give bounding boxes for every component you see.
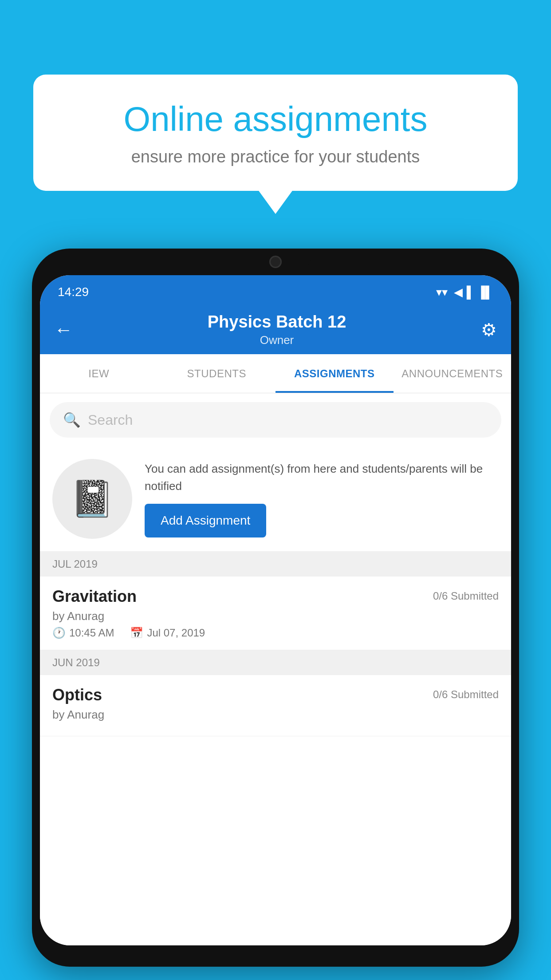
add-assignment-right: You can add assignment(s) from here and … [145, 460, 499, 537]
settings-icon[interactable]: ⚙ [481, 320, 497, 340]
assignment-name: Gravitation [52, 587, 137, 606]
assignment-by: by Anurag [52, 708, 499, 722]
notebook-icon: 📓 [70, 478, 114, 520]
tab-overview[interactable]: IEW [40, 354, 158, 393]
assignment-item-gravitation[interactable]: Gravitation 0/6 Submitted by Anurag 🕐 10… [40, 577, 511, 650]
assignment-item-optics[interactable]: Optics 0/6 Submitted by Anurag [40, 675, 511, 736]
add-assignment-button[interactable]: Add Assignment [145, 504, 266, 537]
assignment-submitted: 0/6 Submitted [433, 590, 499, 602]
phone-screen: 14:29 ▾▾ ◀▐ ▐▌ ← Physics Batch 12 Owner … [40, 275, 511, 945]
signal-icon: ◀▐ [454, 285, 471, 299]
search-icon: 🔍 [63, 411, 81, 428]
header-title: Physics Batch 12 [208, 312, 346, 332]
assignment-row: Gravitation 0/6 Submitted [52, 587, 499, 606]
wifi-icon: ▾▾ [436, 285, 448, 299]
assignment-name: Optics [52, 686, 102, 704]
bubble-subtitle: ensure more practice for your students [60, 147, 491, 166]
bubble-title: Online assignments [60, 99, 491, 139]
add-assignment-description: You can add assignment(s) from here and … [145, 460, 499, 495]
battery-icon: ▐▌ [477, 285, 493, 299]
add-assignment-section: 📓 You can add assignment(s) from here an… [40, 447, 511, 552]
section-header-jul: JUL 2019 [40, 552, 511, 577]
assignment-meta: 🕐 10:45 AM 📅 Jul 07, 2019 [52, 627, 499, 639]
search-bar[interactable]: 🔍 Search [50, 402, 501, 438]
calendar-icon: 📅 [130, 627, 143, 639]
header-subtitle: Owner [208, 333, 346, 347]
header-title-group: Physics Batch 12 Owner [208, 312, 346, 347]
search-placeholder: Search [88, 412, 133, 428]
section-header-jun: JUN 2019 [40, 650, 511, 675]
tab-assignments[interactable]: ASSIGNMENTS [276, 354, 394, 393]
assignment-row: Optics 0/6 Submitted [52, 686, 499, 704]
back-button[interactable]: ← [54, 319, 73, 340]
assignment-by: by Anurag [52, 609, 499, 623]
status-time: 14:29 [58, 285, 89, 299]
clock-icon: 🕐 [52, 627, 66, 639]
app-header: ← Physics Batch 12 Owner ⚙ [40, 305, 511, 354]
assignment-icon-circle: 📓 [52, 459, 132, 539]
tab-bar: IEW STUDENTS ASSIGNMENTS ANNOUNCEMENTS [40, 354, 511, 393]
phone-camera [269, 256, 282, 268]
phone-frame: 14:29 ▾▾ ◀▐ ▐▌ ← Physics Batch 12 Owner … [32, 249, 519, 967]
assignment-submitted: 0/6 Submitted [433, 688, 499, 701]
phone-notch [240, 249, 311, 273]
assignment-time: 10:45 AM [69, 627, 114, 639]
assignment-date: Jul 07, 2019 [147, 627, 205, 639]
status-icons: ▾▾ ◀▐ ▐▌ [436, 285, 493, 299]
status-bar: 14:29 ▾▾ ◀▐ ▐▌ [40, 275, 511, 305]
tab-announcements[interactable]: ANNOUNCEMENTS [394, 354, 512, 393]
screen-content: 🔍 Search 📓 You can add assignment(s) fro… [40, 393, 511, 945]
speech-bubble: Online assignments ensure more practice … [33, 75, 518, 191]
tab-students[interactable]: STUDENTS [158, 354, 276, 393]
